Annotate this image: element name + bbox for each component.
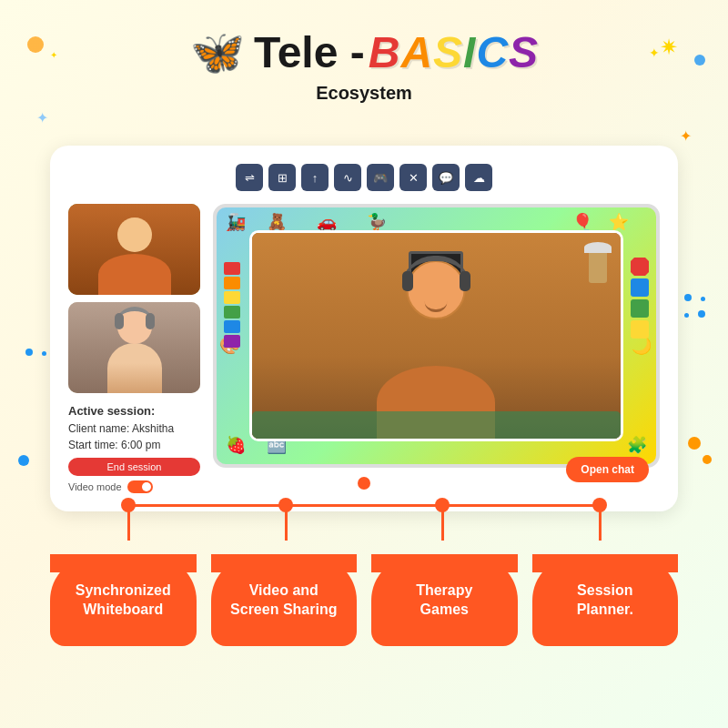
end-session-button[interactable]: End session [68,458,200,476]
whiteboard-label: SynchronizedWhiteboard [76,581,171,620]
vline-1 [127,511,130,541]
puzzle-pieces [631,258,649,339]
main-video-area: 🚂 🧸 🚗 🦆 ⭐ 🎈 🍓 🔤 🧩 🌙 🎨 [213,204,660,493]
tool-btn-cloud[interactable]: ☁ [465,164,492,191]
planner-label: SessionPlanner. [577,581,633,620]
features-row: SynchronizedWhiteboard Video andScreen S… [50,555,678,646]
content-area: Active session: Client name: Akshitha St… [68,204,660,493]
letter-a: A [400,27,432,77]
toolbar: ⇌ ⊞ ↑ ∿ 🎮 ✕ 💬 ☁ [68,164,660,191]
video-label: Video andScreen Sharing [230,581,337,620]
orange-dot-1 [688,437,701,450]
letter-s1: S [433,27,462,77]
rainbow-blocks [224,262,240,348]
logo-row: 🦋 Tele - BASICS [190,27,538,77]
blue-dots-cluster [682,291,708,324]
video-mode-row: Video mode [68,480,200,493]
therapist-main-video [249,230,623,440]
letter-s2: S [509,27,538,77]
tool-btn-arrows[interactable]: ⇌ [236,164,263,191]
subtitle: Ecosystem [316,83,412,104]
sun-ray-deco: ✦ [649,46,660,60]
tool-btn-chart[interactable]: ∿ [334,164,361,191]
feature-planner[interactable]: SessionPlanner. [532,555,679,646]
start-time: Start time: 6:00 pm [68,439,160,451]
star-deco-2: ✦ [36,109,48,126]
therapist-video-preview [68,204,200,295]
left-panel: Active session: Client name: Akshitha St… [68,204,200,493]
games-label: TherapyGames [416,581,472,620]
header: 🦋 Tele - BASICS Ecosystem [0,0,728,104]
toy-car: 🚗 [317,212,337,232]
feature-games[interactable]: TherapyGames [371,555,518,646]
tele-text: Tele - [254,27,365,77]
video-mode-toggle[interactable] [127,480,153,493]
toy-blocks: 🧩 [627,435,647,455]
basics-text: BASICS [369,27,538,77]
butterfly-icon: 🦋 [190,31,245,75]
feature-video[interactable]: Video andScreen Sharing [211,555,358,646]
toys-border: 🚂 🧸 🚗 🦆 ⭐ 🎈 🍓 🔤 🧩 🌙 🎨 [213,204,660,468]
letter-c: C [476,27,508,77]
feature-whiteboard[interactable]: SynchronizedWhiteboard [50,555,197,646]
vline-4 [599,511,602,541]
tool-btn-chat[interactable]: 💬 [432,164,460,191]
blue-dots-left [23,346,49,362]
center-node [358,477,370,490]
tool-btn-close[interactable]: ✕ [399,164,427,191]
orange-dot-2 [703,455,712,464]
therapist-thumbnail [68,204,200,295]
toy-moon: 🌙 [632,336,652,356]
tool-btn-game[interactable]: 🎮 [367,164,394,191]
main-card: ⇌ ⊞ ↑ ∿ 🎮 ✕ 💬 ☁ [50,146,678,511]
client-name: Client name: Akshitha [68,422,174,435]
toy-balloon: 🎈 [572,212,592,232]
tool-btn-grid[interactable]: ⊞ [268,164,296,191]
letter-b: B [369,27,400,77]
node-2 [278,498,293,512]
tool-btn-upload[interactable]: ↑ [301,164,329,191]
session-info: Active session: Client name: Akshitha St… [68,402,200,453]
sun-deco: ✷ [660,35,678,60]
toy-train: 🚂 [226,212,246,232]
logo-text: Tele - BASICS [254,27,538,77]
star-deco-3: ✦ [680,127,692,145]
toy-duck: 🦆 [367,212,387,232]
toy-toy: 🧸 [267,212,287,232]
vline-2 [285,511,288,541]
open-chat-button[interactable]: Open chat [566,457,649,482]
child-thumbnail [68,302,200,393]
node-4 [592,498,607,512]
vline-3 [441,511,444,541]
letter-i: I [463,27,475,77]
toy-star: ⭐ [609,212,629,232]
blue-dot-left [18,455,29,466]
video-mode-label: Video mode [68,481,122,492]
active-session-label: Active session: [68,404,155,418]
toy-strawberry: 🍓 [226,435,246,455]
horizontal-line [127,504,601,507]
